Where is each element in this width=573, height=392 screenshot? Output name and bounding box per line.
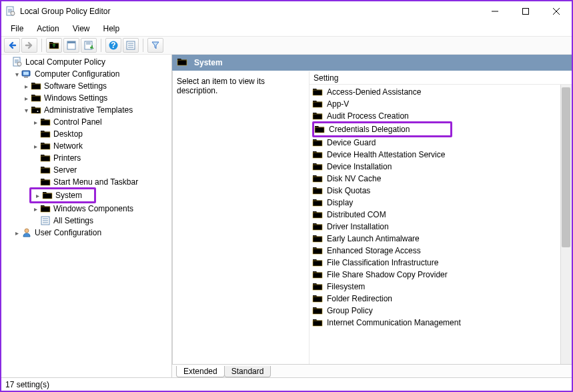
folder-icon [312,185,323,196]
scrollbar-vertical[interactable] [560,85,572,364]
folder-icon [312,173,323,184]
list-item-label: Enhanced Storage Access [327,246,421,255]
list-item-label: App-V [327,99,349,109]
folder-icon [312,281,323,292]
up-folder-button[interactable] [46,38,62,53]
tree-label: Server [53,165,77,175]
close-button[interactable] [541,1,572,21]
column-header-setting[interactable]: Setting [310,71,572,85]
list-item-label: Device Health Attestation Service [327,150,445,159]
list-item[interactable]: Audit Process Creation [312,110,572,122]
list-item-label: Device Installation [327,162,392,171]
highlight-box-tree: ▸ System [29,187,96,203]
chevron-right-icon[interactable]: ▸ [31,205,40,213]
list-item-label: Display [327,198,353,207]
tree-computer-configuration[interactable]: ▾ Computer Configuration [3,68,171,80]
help-button[interactable] [105,38,121,53]
tree-user-configuration[interactable]: ▸ User Configuration [3,227,171,239]
chevron-right-icon[interactable]: ▸ [21,95,31,102]
list-item[interactable]: Enhanced Storage Access [312,245,572,257]
chevron-right-icon[interactable]: ▸ [33,192,42,199]
tree-control-panel[interactable]: ▸ Control Panel [3,116,171,128]
tree-system[interactable]: ▸ System [31,189,94,201]
show-list-button[interactable] [123,38,139,53]
chevron-right-icon[interactable]: ▸ [12,229,21,237]
tree-windows-components[interactable]: ▸ Windows Components [3,203,171,215]
list-item[interactable]: File Share Shadow Copy Provider [312,269,572,281]
list-item[interactable]: Disk Quotas [312,185,572,197]
tree-server[interactable]: Server [3,164,171,176]
menu-action[interactable]: Action [30,23,65,35]
tab-strip: Extended Standard [172,364,572,377]
tab-extended[interactable]: Extended [176,366,225,377]
description-prompt: Select an item to view its description. [177,77,265,95]
chevron-right-icon[interactable]: ▸ [31,119,40,126]
list-item-label: Device Guard [327,138,376,147]
list-item[interactable]: Device Guard [312,137,572,149]
chevron-down-icon[interactable]: ▾ [21,107,31,114]
refresh-button[interactable] [81,38,97,53]
scrollbar-thumb[interactable] [562,87,570,247]
list-item[interactable]: Folder Redirection [312,293,572,305]
list-item[interactable]: Credentials Delegation [314,123,450,135]
list-item[interactable]: Device Health Attestation Service [312,149,572,161]
list-item[interactable]: Access-Denied Assistance [312,86,572,98]
tree-printers[interactable]: Printers [3,152,171,164]
tree-desktop[interactable]: Desktop [3,128,171,140]
tree-label: Administrative Templates [44,105,133,115]
tree-root[interactable]: Local Computer Policy [3,56,171,68]
tree-software-settings[interactable]: ▸ Software Settings [3,80,171,92]
maximize-button[interactable] [510,1,541,21]
list-item[interactable]: App-V [312,98,572,110]
list-item[interactable]: Display [312,197,572,209]
list-item[interactable]: Device Installation [312,161,572,173]
list-item-label: Audit Process Creation [327,111,409,121]
tree-network[interactable]: ▸ Network [3,140,171,152]
settings-list-icon [40,215,51,226]
list-item[interactable]: Filesystem [312,281,572,293]
list-item[interactable]: Disk NV Cache [312,173,572,185]
chevron-down-icon[interactable]: ▾ [12,71,21,78]
folder-icon [312,99,323,109]
folder-icon [312,111,323,121]
back-button[interactable] [4,38,20,53]
tree-pane[interactable]: Local Computer Policy ▾ Computer Configu… [1,55,172,377]
chevron-right-icon[interactable]: ▸ [21,83,31,90]
filter-button[interactable] [147,38,163,53]
tree-label: Windows Components [53,204,133,213]
list-item[interactable]: Early Launch Antimalware [312,233,572,245]
settings-list[interactable]: Access-Denied AssistanceApp-VAudit Proce… [310,85,572,364]
list-item-label: Disk Quotas [327,186,370,195]
menu-file[interactable]: File [4,23,30,35]
menu-bar: File Action View Help [1,21,572,36]
folder-icon [40,141,51,151]
list-item[interactable]: Group Policy [312,305,572,317]
tab-standard[interactable]: Standard [224,366,271,377]
list-item[interactable]: Driver Installation [312,221,572,233]
tree-start-menu[interactable]: Start Menu and Taskbar [3,176,171,188]
tree-admin-templates[interactable]: ▾ Administrative Templates [3,104,171,116]
list-item[interactable]: Distributed COM [312,209,572,221]
tree-label: Software Settings [44,81,107,91]
folder-icon [312,317,323,328]
title-bar: Local Group Policy Editor [1,1,572,21]
properties-button[interactable] [63,38,79,53]
list-item[interactable]: Internet Communication Management [312,317,572,329]
folder-icon [40,129,51,139]
toolbar-separator [143,39,143,52]
tree-label: All Settings [53,216,93,225]
list-item-label: Internet Communication Management [327,318,461,327]
forward-button[interactable] [21,38,37,53]
list-item[interactable]: File Classification Infrastructure [312,257,572,269]
tree-label: Desktop [53,129,83,139]
menu-help[interactable]: Help [97,23,127,35]
chevron-right-icon[interactable]: ▸ [31,143,40,150]
tree-label: Computer Configuration [35,69,119,79]
tree-windows-settings[interactable]: ▸ Windows Settings [3,92,171,104]
list-item-label: Group Policy [327,306,373,315]
tree-label: Network [53,141,83,151]
tree-all-settings[interactable]: All Settings [3,215,171,227]
menu-view[interactable]: View [66,23,97,35]
folder-icon [42,190,53,201]
minimize-button[interactable] [480,1,510,21]
